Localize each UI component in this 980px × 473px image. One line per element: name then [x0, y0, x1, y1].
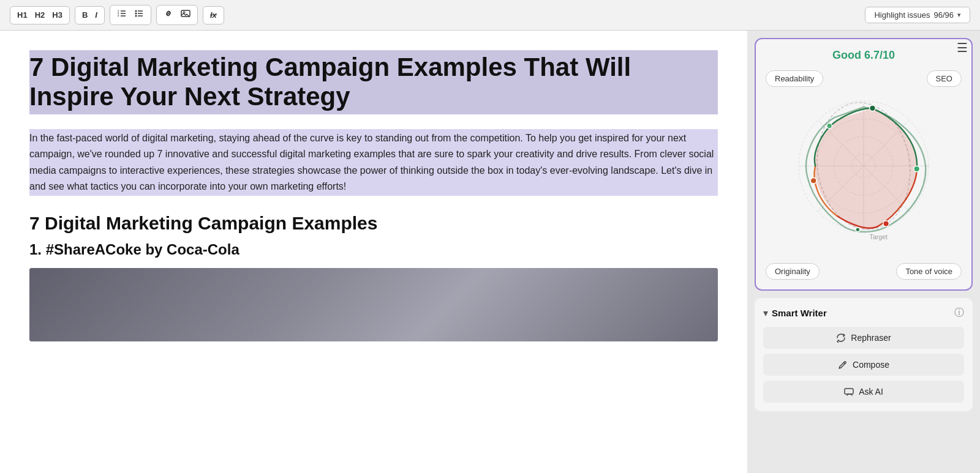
svg-point-27 — [810, 178, 816, 184]
image-button[interactable] — [178, 7, 194, 23]
compose-icon — [838, 360, 848, 370]
svg-point-28 — [827, 124, 832, 129]
radar-chart: Target — [778, 89, 949, 261]
svg-point-26 — [856, 228, 860, 232]
smart-writer-header: ▾ Smart Writer ⓘ — [763, 307, 964, 319]
tone-of-voice-label[interactable]: Tone of voice — [896, 263, 962, 280]
svg-point-13 — [183, 12, 185, 13]
ask-ai-button[interactable]: Ask AI — [763, 381, 964, 403]
ask-ai-icon — [844, 387, 854, 397]
clear-format-group: Ix — [203, 6, 224, 24]
main-layout: 7 Digital Marketing Campaign Examples Th… — [0, 31, 980, 473]
right-panel: ☰ Good 6.7/10 Readability SEO — [747, 31, 980, 473]
h1-button[interactable]: H1 — [14, 9, 31, 22]
radar-svg: Target — [778, 89, 949, 248]
svg-text:3: 3 — [118, 14, 119, 17]
readability-label[interactable]: Readability — [766, 70, 823, 87]
smart-writer-title: Smart Writer — [772, 308, 951, 318]
heading-group: H1 H2 H3 — [10, 6, 70, 24]
italic-button[interactable]: I — [92, 9, 100, 22]
unordered-list-button[interactable] — [131, 7, 147, 23]
svg-point-11 — [135, 15, 137, 17]
highlight-issues-button[interactable]: Highlight issues 96/96 ▾ — [865, 7, 970, 23]
svg-rect-29 — [845, 389, 853, 394]
smart-writer-section: ▾ Smart Writer ⓘ Rephraser Compose Ask A… — [755, 298, 973, 411]
doc-image — [29, 268, 718, 341]
h3-button[interactable]: H3 — [49, 9, 66, 22]
svg-point-24 — [914, 166, 920, 172]
svg-point-10 — [135, 13, 137, 15]
svg-point-23 — [870, 105, 876, 111]
doc-h2: 7 Digital Marketing Campaign Examples — [29, 213, 718, 234]
score-title: Good 6.7/10 — [832, 49, 895, 62]
editor-panel[interactable]: 7 Digital Marketing Campaign Examples Th… — [0, 31, 747, 473]
svg-point-25 — [883, 221, 889, 227]
smart-writer-info-icon[interactable]: ⓘ — [954, 307, 964, 319]
svg-point-9 — [135, 10, 137, 12]
link-button[interactable] — [160, 7, 176, 23]
target-text: Target — [870, 233, 888, 240]
smart-writer-collapse-icon[interactable]: ▾ — [763, 307, 768, 319]
h2-button[interactable]: H2 — [32, 9, 48, 22]
menu-icon-button[interactable]: ☰ — [954, 38, 970, 58]
ordered-list-button[interactable]: 123 — [114, 7, 130, 23]
bold-button[interactable]: B — [79, 9, 91, 22]
compose-button[interactable]: Compose — [763, 354, 964, 376]
score-count: 96/96 — [933, 10, 954, 20]
chevron-down-icon: ▾ — [957, 11, 961, 19]
insert-group — [156, 5, 198, 25]
highlight-issues-label: Highlight issues — [874, 10, 930, 20]
list-group: 123 — [110, 5, 151, 25]
doc-h3: 1. #ShareACoke by Coca-Cola — [29, 241, 718, 258]
toolbar: H1 H2 H3 B I 123 Ix Highlight issues 96/… — [0, 0, 980, 31]
rephraser-button[interactable]: Rephraser — [763, 327, 964, 349]
doc-body: In the fast-paced world of digital marke… — [29, 129, 718, 196]
doc-title: 7 Digital Marketing Campaign Examples Th… — [29, 50, 718, 114]
originality-label[interactable]: Originality — [766, 263, 820, 280]
clear-format-button[interactable]: Ix — [207, 9, 220, 22]
format-group: B I — [75, 6, 105, 24]
rephraser-icon — [836, 333, 846, 343]
seo-label[interactable]: SEO — [927, 70, 962, 87]
score-card: Good 6.7/10 Readability SEO — [755, 38, 973, 291]
